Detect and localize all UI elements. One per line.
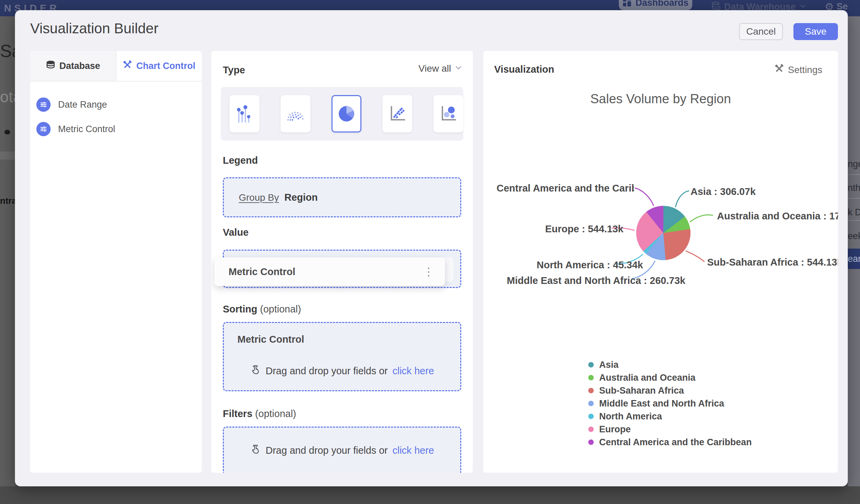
sliders-icon	[36, 98, 51, 112]
sorting-drop-zone[interactable]: Metric Control Drag and drop your fields…	[223, 322, 461, 391]
legend-group-by-box[interactable]: Group By Region	[223, 177, 461, 217]
background-page-left: Sal ota ntral	[0, 16, 16, 486]
legend-item[interactable]: Middle East and North Africa	[588, 398, 724, 409]
database-icon	[46, 60, 55, 72]
scatter-chart-icon	[387, 104, 407, 124]
background-list-item: eek	[848, 231, 860, 242]
legend-item[interactable]: Australia and Oceania	[588, 372, 696, 383]
sidebar-item-date-range[interactable]: Date Range	[36, 98, 107, 112]
legend-item[interactable]: Asia	[588, 359, 618, 370]
legend-label: Sub-Saharan Africa	[599, 386, 684, 396]
click-here-link[interactable]: click here	[392, 365, 434, 377]
view-all-dropdown[interactable]: View all	[418, 63, 463, 74]
visualization-builder-modal: Visualization Builder Cancel Save Databa…	[15, 10, 848, 486]
type-heading: Type	[223, 64, 245, 76]
filters-drop-row: Drag and drop your fields or click here	[224, 444, 460, 457]
legend-dot	[588, 388, 594, 393]
pie-chart-icon	[335, 103, 357, 125]
divider	[848, 220, 860, 221]
pie-label-australia-oceania: Australia and Oceania : 170.04k	[717, 211, 838, 222]
filters-drop-zone[interactable]: Drag and drop your fields or click here	[223, 427, 461, 473]
sorting-optional-label: (optional)	[260, 304, 301, 315]
tab-database[interactable]: Database	[30, 51, 116, 81]
arc-dots-chart-icon	[285, 103, 306, 124]
settings-label: Settings	[788, 64, 822, 75]
tap-hand-icon	[250, 364, 261, 378]
legend-dot	[588, 440, 594, 445]
drop-text: Drag and drop your fields or	[266, 445, 388, 456]
tools-icon	[123, 60, 132, 72]
legend-label: Asia	[599, 360, 618, 370]
pie-label-mena: Middle East and North Africa : 260.73k	[507, 275, 685, 286]
chart-type-arc[interactable]	[281, 95, 311, 132]
legend-dot	[588, 375, 594, 380]
view-all-label: View all	[418, 63, 451, 74]
divider	[848, 198, 860, 199]
chart-title: Sales Volume by Region	[483, 92, 838, 106]
legend-item[interactable]: North America	[588, 411, 662, 422]
legend-label: Middle East and North Africa	[599, 398, 724, 409]
legend-label: Central America and the Caribbean	[599, 437, 752, 448]
chevron-down-icon	[455, 63, 463, 74]
group-by-value[interactable]: Region	[284, 192, 318, 203]
legend-label: Europe	[599, 424, 631, 435]
divider	[848, 174, 860, 175]
background-dropdown-list: nge nth k D eek ear	[848, 16, 860, 486]
filters-optional-label: (optional)	[255, 408, 296, 419]
legend-label: North America	[599, 411, 662, 422]
legend-dot	[588, 401, 594, 406]
screen: NSIDER Dashboards Data Warehouse ⚙ Se Sa…	[0, 0, 860, 504]
tools-icon	[774, 64, 784, 76]
builder-panel: Type View all	[211, 51, 473, 473]
background-bullet	[4, 130, 10, 134]
legend-dot	[588, 414, 594, 419]
pie-label-sub-saharan-africa: Sub-Saharan Africa : 544.13k	[707, 257, 838, 268]
group-by-row: Group By Region	[239, 192, 318, 203]
pie-label-europe: Europe : 544.13k	[545, 224, 624, 235]
legend-dot	[588, 427, 594, 432]
pie-label-asia: Asia : 306.07k	[690, 186, 756, 197]
tab-chart-control[interactable]: Chart Control	[116, 51, 202, 81]
chart-type-scatter[interactable]	[383, 95, 412, 132]
sidebar-item-label: Metric Control	[58, 124, 115, 134]
value-heading: Value	[223, 227, 249, 238]
pie-chart[interactable]	[636, 206, 690, 260]
dashboards-grid-icon	[622, 0, 631, 8]
chart-type-lollipop[interactable]	[230, 95, 259, 132]
background-band	[0, 152, 16, 160]
legend-label: Australia and Oceania	[599, 373, 696, 383]
group-by-label[interactable]: Group By	[239, 192, 279, 203]
save-button[interactable]: Save	[793, 23, 838, 40]
metric-control-drag-card[interactable]: Metric Control ⋮	[214, 257, 445, 286]
legend-heading: Legend	[223, 155, 258, 166]
legend-item[interactable]: Europe	[588, 424, 631, 435]
tab-database-label: Database	[59, 61, 100, 71]
nav-dashboards-label: Dashboards	[635, 0, 688, 8]
visualization-panel: Visualization Settings Sales Volume by R…	[483, 51, 838, 473]
click-here-link[interactable]: click here	[392, 445, 434, 456]
background-list-item: k D	[848, 207, 860, 218]
legend-item[interactable]: Sub-Saharan Africa	[588, 385, 684, 396]
bubble-chart-icon	[438, 104, 459, 124]
chart-type-strip	[221, 87, 463, 141]
modal-title: Visualization Builder	[30, 20, 158, 37]
drag-card-label: Metric Control	[229, 266, 296, 277]
background-list-item: nge	[848, 159, 860, 170]
lollipop-chart-icon	[235, 102, 254, 126]
sidebar-item-metric-control[interactable]: Metric Control	[36, 122, 115, 136]
nav-dashboards[interactable]: Dashboards	[619, 0, 692, 10]
kebab-menu-icon[interactable]: ⋮	[423, 266, 434, 277]
background-list-item-selected: ear	[848, 249, 860, 269]
settings-button[interactable]: Settings	[774, 64, 822, 76]
chart-type-bubble[interactable]	[433, 95, 463, 132]
pie-label-central-america-caribbean: Central America and the Caribbean : 226.…	[497, 183, 634, 194]
filters-heading: Filters (optional)	[223, 408, 296, 419]
sorting-drop-row: Drag and drop your fields or click here	[224, 364, 460, 378]
chart-type-pie-selected[interactable]	[331, 95, 361, 132]
sorting-field-label: Metric Control	[238, 334, 304, 345]
background-list-item: nth	[848, 183, 860, 193]
cancel-button[interactable]: Cancel	[739, 23, 783, 40]
tap-hand-icon	[250, 444, 261, 457]
legend-dot	[588, 362, 594, 368]
legend-item[interactable]: Central America and the Caribbean	[588, 437, 752, 448]
